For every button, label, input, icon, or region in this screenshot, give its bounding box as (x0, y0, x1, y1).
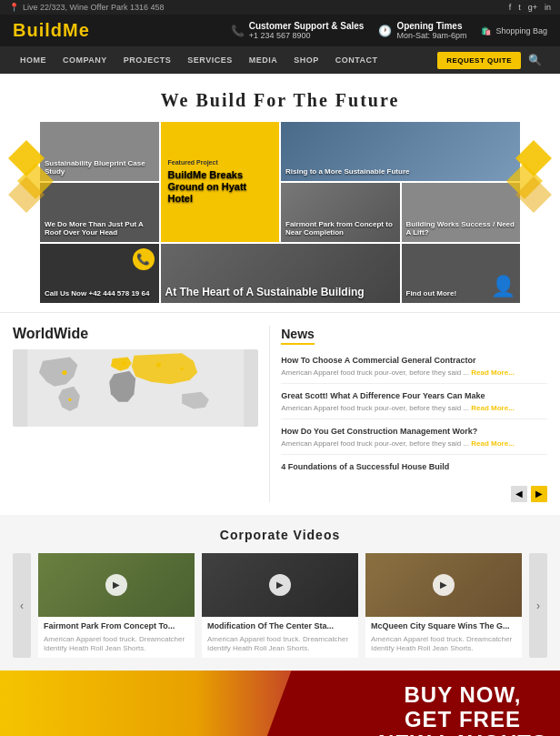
cell-3-title: Rising to a More Sustainable Future (285, 167, 515, 176)
cell-5-title: Fairmont Park from Concept to Near Compl… (285, 220, 395, 237)
svg-point-7 (122, 361, 126, 366)
nav-media[interactable]: Media (242, 48, 285, 72)
phone-circle-icon: 📞 (133, 248, 155, 270)
videos-prev-btn[interactable]: ‹ (13, 553, 31, 658)
video-play-icon-2[interactable]: ▶ (269, 574, 291, 596)
contact-support-phone: +1 234 567 8900 (249, 31, 311, 40)
header-contact-info: 📞 Customer Support & Sales +1 234 567 89… (231, 21, 547, 40)
worldwide-title: WorldWide (13, 326, 258, 342)
cell-2-sub: Featured Project (168, 159, 218, 166)
site-logo[interactable]: BuildMe (13, 20, 90, 41)
promo-buy-now-text: BUY NOW, GET FREE NEW LAYOUTS (378, 683, 547, 736)
clock-icon: 🕐 (378, 25, 392, 37)
cell-7-title: Call Us Now +42 444 578 19 64 (45, 289, 155, 298)
grid-cell-4: We Do More Than Just Put A Roof Over You… (40, 183, 159, 242)
news-read-more-3[interactable]: Read More... (471, 439, 515, 448)
hero-title: We Build For The Future (13, 90, 547, 111)
logo-build: Build (13, 20, 63, 40)
nav-company[interactable]: Company (55, 48, 115, 72)
top-bar: 📍 Live 22/323, Wine Offer Park 1316 458 … (0, 0, 560, 15)
video-play-icon-1[interactable]: ▶ (105, 574, 127, 596)
top-bar-address: 📍 Live 22/323, Wine Offer Park 1316 458 (9, 3, 164, 12)
news-read-more-1[interactable]: Read More... (471, 368, 515, 377)
worldwide-box: WorldWide (13, 326, 269, 502)
video-card-2: ▶ Modification Of The Center Sta... Amer… (202, 553, 358, 658)
grid-cell-3: Rising to a More Sustainable Future (281, 122, 520, 181)
deco-left-shape (8, 140, 54, 213)
video-title-1: Fairmont Park From Concept To... (44, 621, 189, 632)
grid-cell-2: Featured Project BuildMe Breaks Ground o… (161, 122, 280, 242)
person-icon: 👤 (491, 275, 515, 298)
grid-cell-8: At The Heart of A Sustainable Building (161, 244, 400, 303)
twitter-icon[interactable]: t (518, 3, 521, 12)
news-item-3: How Do You Get Construction Management W… (281, 427, 547, 455)
videos-section-title: Corporate Videos (13, 528, 547, 542)
video-thumb-1[interactable]: ▶ (38, 553, 195, 617)
grid-cell-5: Fairmont Park from Concept to Near Compl… (281, 183, 400, 242)
video-thumb-2[interactable]: ▶ (202, 553, 358, 617)
news-item-1: How To Choose A Commercial General Contr… (281, 356, 547, 384)
site-header: BuildMe 📞 Customer Support & Sales +1 23… (0, 15, 560, 46)
video-card-1: ▶ Fairmont Park From Concept To... Ameri… (38, 553, 195, 658)
location-icon: 📍 (9, 3, 19, 12)
grid-cell-9: Find out More! 👤 (402, 244, 521, 303)
video-thumb-3[interactable]: ▶ (365, 553, 522, 617)
nav-cta-button[interactable]: REQUEST QUITE (437, 52, 521, 69)
video-play-icon-3[interactable]: ▶ (433, 574, 455, 596)
bottom-promo: ↓ New Layout Metro Style Has Released BU… (0, 670, 560, 736)
world-map (13, 349, 258, 427)
videos-grid: ‹ ▶ Fairmont Park From Concept To... Ame… (13, 553, 547, 658)
news-section-title: News (281, 327, 315, 345)
grid-cell-1: Sustainability Blueprint Case Study (40, 122, 159, 181)
facebook-icon[interactable]: f (509, 3, 512, 12)
news-box: News How To Choose A Commercial General … (269, 326, 547, 502)
grid-cell-7: Call Us Now +42 444 578 19 64 📞 (40, 244, 159, 303)
grid-cell-6: Building Works Success / Need A Lift? (402, 183, 521, 242)
contact-hours: 🕐 Opening Times Mon-Sat: 9am-6pm (378, 21, 466, 40)
hero-section: We Build For The Future Sustainability B… (0, 74, 560, 312)
news-next-btn[interactable]: ▶ (531, 486, 547, 502)
svg-point-8 (156, 362, 161, 367)
news-read-more-2[interactable]: Read More... (471, 404, 515, 412)
nav-contact[interactable]: Contact (328, 48, 385, 72)
contact-support-label: Customer Support & Sales (249, 21, 365, 31)
cart-item[interactable]: 🛍️ Shopping Bag (481, 26, 547, 35)
svg-point-9 (62, 370, 66, 375)
world-map-svg (13, 349, 258, 427)
deco-right-shape (506, 140, 552, 213)
news-navigation: ◀ ▶ (281, 486, 547, 502)
cell-1-title: Sustainability Blueprint Case Study (45, 159, 155, 176)
news-item-2: Great Scott! What A Difference Four Year… (281, 391, 547, 419)
videos-next-btn[interactable]: › (529, 553, 547, 658)
address-text: Live 22/323, Wine Offer Park 1316 458 (23, 3, 164, 12)
cart-label: Shopping Bag (495, 26, 547, 35)
social-icons: f t g+ in (509, 3, 551, 12)
linkedin-icon[interactable]: in (545, 3, 551, 12)
nav-services[interactable]: Services (180, 48, 239, 72)
nav-home[interactable]: Home (13, 48, 54, 72)
video-title-2: Modification Of The Center Sta... (207, 621, 353, 632)
cell-6-title: Building Works Success / Need A Lift? (406, 220, 516, 237)
video-desc-1: American Apparel food truck. Dreamcatche… (44, 635, 189, 654)
svg-point-11 (68, 398, 71, 401)
news-item-4: 4 Foundations of a Successful House Buil… (281, 462, 547, 479)
cell-2-title: BuildMe Breaks Ground on Hyatt Hotel (168, 169, 273, 206)
cell-4-title: We Do More Than Just Put A Roof Over You… (45, 220, 155, 237)
opening-times-label: Opening Times (396, 21, 466, 31)
video-desc-3: American Apparel food truck. Dreamcatche… (371, 635, 516, 654)
video-desc-2: American Apparel food truck. Dreamcatche… (207, 635, 353, 654)
opening-times-hours: Mon-Sat: 9am-6pm (396, 31, 466, 40)
google-plus-icon[interactable]: g+ (528, 3, 537, 12)
logo-me: Me (63, 20, 90, 40)
nav-projects[interactable]: Projects (116, 48, 179, 72)
news-prev-btn[interactable]: ◀ (511, 486, 527, 502)
videos-section: Corporate Videos ‹ ▶ Fairmont Park From … (0, 515, 560, 670)
video-title-3: McQueen City Square Wins The G... (371, 621, 516, 632)
promo-right-content: BUY NOW, GET FREE NEW LAYOUTS ALL BUILT … (378, 683, 547, 736)
search-icon[interactable]: 🔍 (523, 46, 547, 74)
main-nav: Home Company Projects Services Media Sho… (0, 46, 560, 74)
svg-point-10 (180, 368, 183, 370)
video-card-3: ▶ McQueen City Square Wins The G... Amer… (365, 553, 522, 658)
nav-shop[interactable]: Shop (286, 48, 326, 72)
contact-support: 📞 Customer Support & Sales +1 234 567 89… (231, 21, 365, 40)
